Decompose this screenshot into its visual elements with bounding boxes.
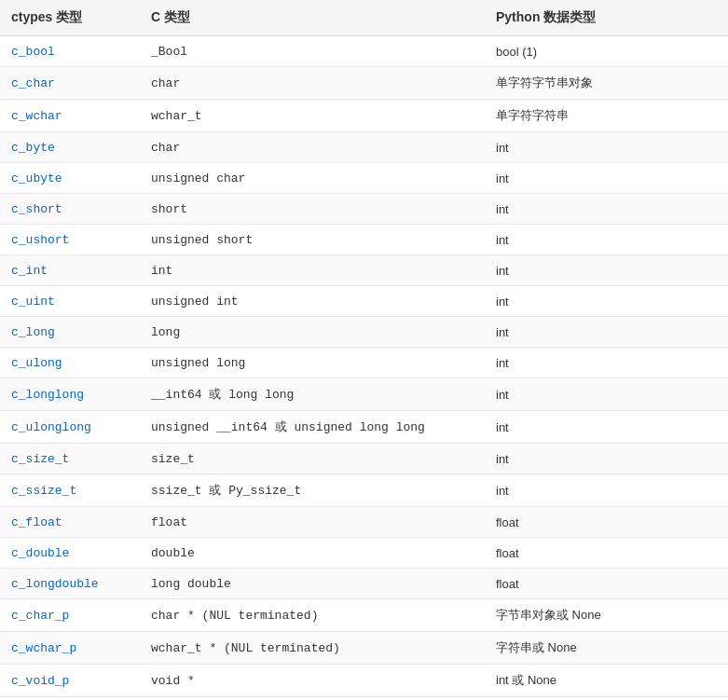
cell-ctype: unsigned int: [140, 286, 485, 317]
ctypes-table: ctypes 类型 C 类型 Python 数据类型 c_bool_Boolbo…: [0, 0, 728, 697]
cell-python: int: [485, 286, 728, 317]
cell-ctypes[interactable]: c_longdouble: [0, 569, 140, 599]
cell-ctypes[interactable]: c_byte: [0, 132, 140, 163]
ctypes-link[interactable]: c_uint: [11, 295, 55, 309]
cell-ctypes[interactable]: c_char_p: [0, 599, 140, 632]
cell-ctypes[interactable]: c_longlong: [0, 378, 140, 411]
ctypes-link[interactable]: c_ssize_t: [11, 484, 76, 498]
cell-ctypes[interactable]: c_wchar: [0, 100, 140, 132]
cell-python: int: [485, 255, 728, 286]
table-row: c_shortshortint: [0, 194, 728, 225]
ctypes-link[interactable]: c_size_t: [11, 452, 69, 466]
table-row: c_floatfloatfloat: [0, 507, 728, 538]
ctypes-link[interactable]: c_bool: [11, 45, 55, 59]
ctypes-link[interactable]: c_char_p: [11, 609, 69, 623]
cell-ctype: float: [140, 507, 485, 538]
cell-ctype: long double: [140, 569, 485, 599]
cell-ctype: short: [140, 194, 485, 225]
cell-ctype: unsigned short: [140, 225, 485, 255]
cell-ctypes[interactable]: c_short: [0, 194, 140, 225]
ctypes-link[interactable]: c_byte: [11, 141, 55, 155]
cell-ctypes[interactable]: c_void_p: [0, 665, 140, 697]
cell-ctype: unsigned __int64 或 unsigned long long: [140, 411, 485, 444]
table-row: c_uintunsigned intint: [0, 286, 728, 317]
ctypes-link[interactable]: c_double: [11, 546, 69, 560]
cell-python: float: [485, 507, 728, 538]
cell-python: int: [485, 132, 728, 163]
ctypes-link[interactable]: c_ushort: [11, 233, 69, 247]
cell-ctypes[interactable]: c_ulonglong: [0, 411, 140, 444]
cell-python: int: [485, 225, 728, 255]
cell-ctypes[interactable]: c_ssize_t: [0, 474, 140, 507]
cell-ctypes[interactable]: c_wchar_p: [0, 632, 140, 665]
cell-python: int: [485, 378, 728, 411]
ctypes-link[interactable]: c_short: [11, 202, 62, 216]
cell-ctype: unsigned char: [140, 163, 485, 194]
header-ctypes: ctypes 类型: [0, 0, 140, 36]
cell-python: int: [485, 194, 728, 225]
ctypes-link[interactable]: c_void_p: [11, 674, 69, 688]
ctypes-link[interactable]: c_longdouble: [11, 577, 99, 591]
cell-ctypes[interactable]: c_long: [0, 317, 140, 348]
table-row: c_charchar单字符字节串对象: [0, 67, 728, 100]
table-row: c_bytecharint: [0, 132, 728, 163]
table-row: c_intintint: [0, 255, 728, 286]
table-row: c_longdoublelong doublefloat: [0, 569, 728, 599]
table-row: c_longlong__int64 或 long longint: [0, 378, 728, 411]
cell-ctype: wchar_t * (NUL terminated): [140, 632, 485, 665]
table-row: c_void_pvoid *int 或 None: [0, 665, 728, 697]
cell-python: int: [485, 474, 728, 507]
cell-ctype: char: [140, 132, 485, 163]
cell-ctypes[interactable]: c_uint: [0, 286, 140, 317]
ctypes-link[interactable]: c_long: [11, 325, 55, 339]
cell-ctypes[interactable]: c_ubyte: [0, 163, 140, 194]
cell-ctypes[interactable]: c_float: [0, 507, 140, 538]
ctypes-link[interactable]: c_wchar: [11, 109, 62, 123]
ctypes-link[interactable]: c_longlong: [11, 388, 84, 402]
table-row: c_bool_Boolbool (1): [0, 36, 728, 67]
cell-python: float: [485, 569, 728, 599]
cell-python: int: [485, 163, 728, 194]
table-row: c_ushortunsigned shortint: [0, 225, 728, 255]
cell-ctypes[interactable]: c_bool: [0, 36, 140, 67]
cell-ctype: __int64 或 long long: [140, 378, 485, 411]
ctypes-link[interactable]: c_ubyte: [11, 172, 62, 185]
cell-ctypes[interactable]: c_double: [0, 538, 140, 569]
table-row: c_wchar_pwchar_t * (NUL terminated)字符串或 …: [0, 632, 728, 665]
cell-ctypes[interactable]: c_int: [0, 255, 140, 286]
cell-python: 字符串或 None: [485, 632, 728, 665]
cell-ctypes[interactable]: c_ushort: [0, 225, 140, 255]
cell-python: 字节串对象或 None: [485, 599, 728, 632]
table-row: c_ulongunsigned longint: [0, 348, 728, 378]
table-row: c_longlongint: [0, 317, 728, 348]
ctypes-link[interactable]: c_int: [11, 264, 48, 278]
header-ctype: C 类型: [140, 0, 485, 36]
table-row: c_ulonglongunsigned __int64 或 unsigned l…: [0, 411, 728, 444]
main-container: ctypes 类型 C 类型 Python 数据类型 c_bool_Boolbo…: [0, 0, 728, 700]
ctypes-link[interactable]: c_char: [11, 76, 55, 90]
ctypes-link[interactable]: c_wchar_p: [11, 641, 76, 655]
cell-python: int: [485, 348, 728, 378]
cell-ctypes[interactable]: c_ulong: [0, 348, 140, 378]
cell-ctype: void *: [140, 665, 485, 697]
cell-ctype: _Bool: [140, 36, 485, 67]
table-row: c_ssize_tssize_t 或 Py_ssize_tint: [0, 474, 728, 507]
cell-ctype: int: [140, 255, 485, 286]
ctypes-link[interactable]: c_ulonglong: [11, 420, 91, 434]
cell-python: int: [485, 444, 728, 474]
cell-python: 单字符字节串对象: [485, 67, 728, 100]
table-row: c_size_tsize_tint: [0, 444, 728, 474]
cell-ctypes[interactable]: c_size_t: [0, 444, 140, 474]
cell-ctype: char: [140, 67, 485, 100]
cell-python: int: [485, 317, 728, 348]
cell-ctype: unsigned long: [140, 348, 485, 378]
cell-python: int 或 None: [485, 665, 728, 697]
ctypes-link[interactable]: c_ulong: [11, 356, 62, 370]
table-row: c_wcharwchar_t单字符字符串: [0, 100, 728, 132]
table-header-row: ctypes 类型 C 类型 Python 数据类型: [0, 0, 728, 36]
cell-ctypes[interactable]: c_char: [0, 67, 140, 100]
table-row: c_doubledoublefloat: [0, 538, 728, 569]
cell-ctype: ssize_t 或 Py_ssize_t: [140, 474, 485, 507]
ctypes-link[interactable]: c_float: [11, 515, 62, 529]
cell-ctype: long: [140, 317, 485, 348]
